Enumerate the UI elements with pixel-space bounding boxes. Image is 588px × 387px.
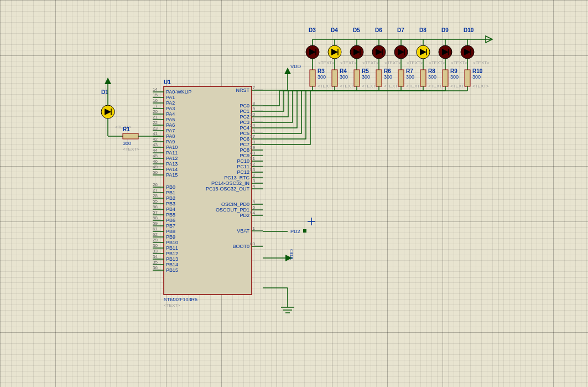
svg-text:28: 28 (153, 193, 158, 198)
chip-sub: <TEXT> (164, 303, 180, 308)
ground-symbol (281, 307, 294, 313)
svg-text:8: 8 (253, 101, 256, 106)
svg-text:34: 34 (153, 254, 158, 259)
svg-text:44: 44 (153, 148, 158, 153)
svg-text:33: 33 (153, 249, 158, 254)
svg-text:27: 27 (153, 188, 158, 193)
svg-text:R3: R3 (318, 68, 325, 74)
svg-text:D3: D3 (309, 27, 316, 33)
pd2-terminal[interactable] (303, 229, 306, 233)
svg-text:25: 25 (250, 128, 255, 133)
svg-text:PA15: PA15 (166, 172, 178, 178)
svg-text:300: 300 (340, 74, 348, 80)
svg-text:VBAT: VBAT (237, 228, 249, 234)
svg-text:<TEXT>: <TEXT> (340, 60, 357, 65)
resistor-r1[interactable] (108, 133, 153, 139)
svg-text:300: 300 (428, 74, 436, 80)
svg-text:PA1: PA1 (166, 95, 175, 100)
svg-text:57: 57 (153, 210, 158, 215)
svg-rect-280 (310, 70, 315, 86)
svg-text:D7: D7 (397, 27, 404, 33)
svg-text:17: 17 (153, 104, 158, 109)
svg-text:PC5: PC5 (240, 131, 249, 136)
svg-text:6: 6 (253, 205, 256, 210)
svg-text:5: 5 (253, 199, 256, 204)
svg-text:50: 50 (153, 170, 158, 175)
svg-text:PC4: PC4 (240, 125, 249, 131)
svg-text:45: 45 (153, 153, 158, 158)
svg-text:PC9: PC9 (240, 153, 249, 158)
svg-text:PB12: PB12 (166, 251, 178, 256)
led-d1[interactable] (101, 99, 115, 136)
svg-text:PC6: PC6 (240, 136, 249, 142)
svg-text:15: 15 (153, 92, 158, 97)
svg-text:OSCOUT_PD1: OSCOUT_PD1 (216, 207, 249, 213)
svg-text:PC3: PC3 (240, 120, 249, 125)
svg-text:61: 61 (153, 226, 158, 231)
svg-text:14: 14 (153, 87, 158, 92)
svg-text:PB2: PB2 (166, 195, 175, 201)
resistor-bank: R3300<TEXT>R4300<TEXT>R5300<TEXT>R6300<T… (310, 65, 489, 91)
pd2-label: PD2 (290, 229, 300, 234)
svg-text:PB8: PB8 (166, 229, 175, 234)
svg-text:53: 53 (250, 167, 255, 172)
svg-text:<TEXT>: <TEXT> (473, 60, 490, 65)
svg-text:PA0-WKUP: PA0-WKUP (166, 89, 191, 95)
svg-text:PA7: PA7 (166, 128, 175, 133)
svg-text:20: 20 (153, 109, 158, 114)
svg-text:BOOT0: BOOT0 (232, 244, 249, 249)
probe-marker[interactable] (308, 218, 315, 225)
svg-text:PC12: PC12 (237, 169, 249, 175)
svg-text:55: 55 (153, 199, 158, 204)
svg-text:R4: R4 (340, 68, 347, 74)
svg-text:PA9: PA9 (166, 139, 175, 145)
svg-text:PB3: PB3 (166, 201, 175, 207)
svg-text:10: 10 (250, 112, 255, 117)
svg-text:PB9: PB9 (166, 234, 175, 240)
led-bank: D3<TEXT>D4<TEXT>D5<TEXT>D6<TEXT>D7<TEXT>… (306, 27, 490, 65)
svg-text:PA12: PA12 (166, 156, 178, 161)
svg-text:R8: R8 (428, 68, 435, 74)
svg-text:21: 21 (153, 115, 158, 120)
svg-text:51: 51 (250, 156, 255, 161)
svg-text:PC14-OSC32_IN: PC14-OSC32_IN (211, 180, 249, 186)
svg-text:39: 39 (250, 145, 255, 150)
svg-text:PB14: PB14 (166, 262, 178, 267)
svg-text:PA3: PA3 (166, 106, 175, 111)
svg-text:OSCIN_PD0: OSCIN_PD0 (221, 202, 249, 207)
svg-rect-298 (376, 70, 382, 86)
svg-text:D8: D8 (419, 27, 426, 33)
svg-text:PC11: PC11 (237, 164, 249, 169)
svg-rect-223 (123, 133, 138, 139)
svg-text:PB6: PB6 (166, 218, 175, 223)
svg-text:PA11: PA11 (166, 150, 178, 156)
svg-text:PD2: PD2 (240, 213, 249, 218)
svg-text:37: 37 (250, 134, 255, 139)
svg-text:60: 60 (250, 241, 255, 246)
schematic-canvas[interactable]: U1 STM32F103R6 <TEXT> 14PA0-WKUP15PA116P… (0, 0, 588, 387)
svg-text:PC0: PC0 (240, 103, 249, 109)
svg-text:R9: R9 (450, 68, 457, 74)
svg-text:300: 300 (384, 74, 392, 80)
svg-text:R6: R6 (384, 68, 391, 74)
svg-text:<TEXT>: <TEXT> (407, 60, 423, 65)
pc-wires (263, 91, 467, 145)
svg-text:300: 300 (406, 74, 414, 80)
svg-rect-316 (443, 70, 448, 86)
svg-text:30: 30 (153, 243, 158, 248)
svg-text:23: 23 (153, 126, 158, 131)
svg-text:PA10: PA10 (166, 145, 178, 150)
svg-text:PB0: PB0 (166, 184, 175, 190)
svg-text:R5: R5 (362, 68, 369, 74)
svg-text:PA13: PA13 (166, 161, 178, 167)
svg-text:PC8: PC8 (240, 147, 249, 153)
svg-text:PB4: PB4 (166, 207, 175, 212)
svg-text:PC10: PC10 (237, 158, 249, 164)
svg-text:36: 36 (153, 265, 158, 270)
svg-text:300: 300 (318, 74, 326, 80)
svg-text:PB5: PB5 (166, 212, 175, 218)
svg-text:4: 4 (253, 184, 256, 189)
svg-text:16: 16 (153, 98, 158, 103)
svg-rect-292 (354, 70, 360, 86)
svg-text:56: 56 (153, 204, 158, 209)
